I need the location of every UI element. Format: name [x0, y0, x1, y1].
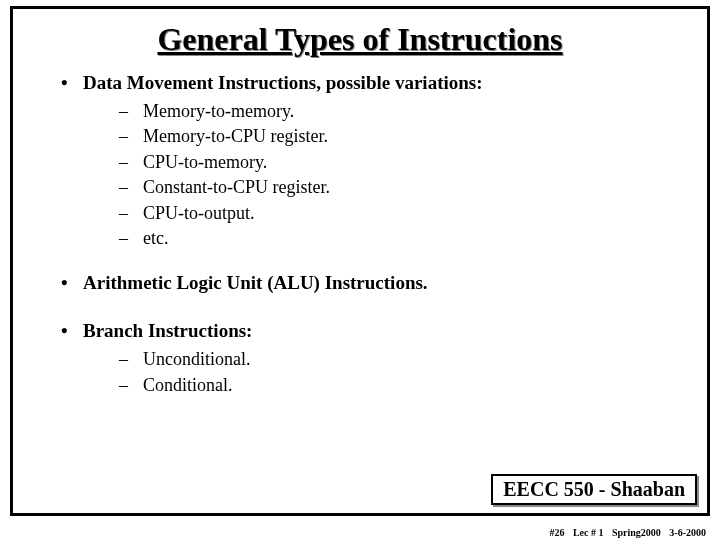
- footer-course-box: EECC 550 - Shaaban: [491, 474, 697, 505]
- footer-date: 3-6-2000: [669, 527, 706, 538]
- slide-frame: General Types of Instructions Data Movem…: [10, 6, 710, 516]
- sub-item: Conditional.: [143, 374, 677, 397]
- slide-title: General Types of Instructions: [43, 21, 677, 58]
- sub-item: Memory-to-memory.: [143, 100, 677, 123]
- footer-lecture: Lec # 1: [573, 527, 604, 538]
- footer-term: Spring2000: [612, 527, 661, 538]
- bullet-data-movement: Data Movement Instructions, possible var…: [83, 72, 677, 94]
- bullet-branch: Branch Instructions:: [83, 320, 677, 342]
- sub-item: Memory-to-CPU register.: [143, 125, 677, 148]
- footer-slide-num: #26: [549, 527, 564, 538]
- sub-item: CPU-to-output.: [143, 202, 677, 225]
- footer-meta: #26 Lec # 1 Spring2000 3-6-2000: [543, 527, 706, 538]
- sub-item: CPU-to-memory.: [143, 151, 677, 174]
- sub-item: Unconditional.: [143, 348, 677, 371]
- sub-item: Constant-to-CPU register.: [143, 176, 677, 199]
- sub-item: etc.: [143, 227, 677, 250]
- bullet-alu: Arithmetic Logic Unit (ALU) Instructions…: [83, 272, 677, 294]
